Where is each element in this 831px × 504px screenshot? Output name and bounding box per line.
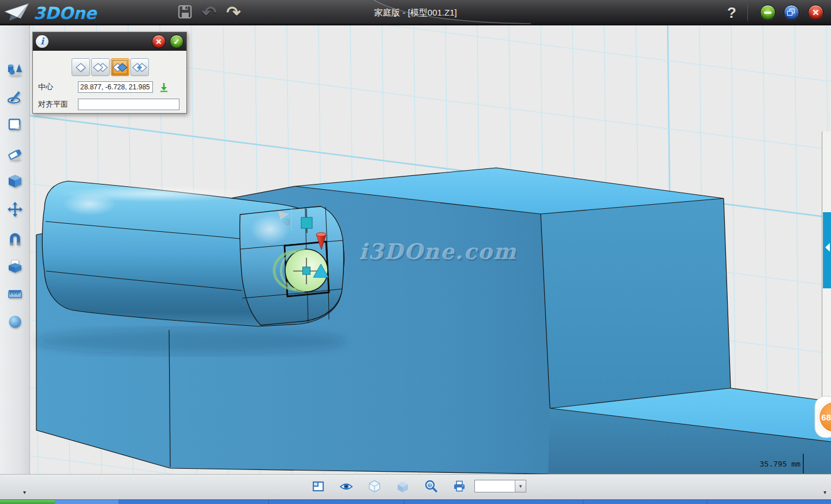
sidebar-item-render[interactable] [6,313,24,330]
close-button[interactable]: ✕ [808,5,823,20]
boolean-base-button[interactable] [72,58,90,76]
zoom-lens-icon[interactable] [424,479,438,493]
center-label: 中心 [38,82,78,92]
eraser-icon [6,145,24,162]
sphere-icon [6,313,24,330]
pick-point-icon[interactable] [159,82,169,92]
sidebar-item-move[interactable] [6,201,24,218]
shaded-cube-icon[interactable] [396,479,410,493]
boolean-add-button[interactable] [91,58,110,76]
window-title: 家庭版 - [模型001.Z1] [0,0,831,25]
info-icon: i [36,35,48,48]
center-field-row: 中心 [38,81,169,93]
sidebar-item-special[interactable] [6,257,24,274]
sketch-plane-icon [6,116,24,133]
diamond-intersect-icon [132,62,147,73]
notification-badge[interactable]: 68 [815,396,831,438]
diamond-base-icon [73,62,88,73]
center-input[interactable] [78,81,153,93]
restore-button[interactable] [784,5,799,20]
view-pane-icon[interactable] [311,479,325,493]
cancel-button[interactable]: ✕ [152,35,166,48]
diamond-add-icon [93,62,108,73]
solids-icon [6,60,24,77]
badge-count: 68 [821,412,831,422]
m-caret-icon[interactable]: ▾ [823,489,826,495]
red-cone-base[interactable] [316,232,326,236]
view-dropdown-value [475,480,515,492]
move-arrows-icon [6,201,24,218]
measurement-label: 35.795 mm [760,460,801,468]
ruler-icon [6,285,24,302]
sidebar-item-constraint[interactable] [6,230,24,247]
sidebar-item-plane[interactable] [6,116,24,133]
sidebar-item-measure[interactable] [6,285,24,302]
panel-header: i ✕ ✓ [33,32,186,51]
confirm-button[interactable]: ✓ [170,35,184,48]
align-field-row: 对齐平面 [38,98,179,110]
view-toolbar [311,479,466,493]
visibility-eye-icon[interactable] [339,479,353,493]
boolean-subtract-button[interactable] [111,58,129,76]
sidebar-item-sketch[interactable] [6,88,24,105]
sketch-pencil-icon [6,88,24,105]
sidebar-item-primitive-solids[interactable] [6,60,24,77]
title-bar: 3DOne ↶ ↷ 家庭版 - [模型001.Z1] ? ✕ [0,0,831,25]
open-box-icon [6,257,24,274]
sidebar-item-feature[interactable] [6,172,24,190]
bar-shadow [35,329,346,354]
teal-flag-handle[interactable] [301,217,312,228]
titlebar-divider [747,5,748,21]
watermark: i3DOne.com [359,239,517,264]
strip-green-segment [0,499,55,504]
chevron-down-icon[interactable]: ▾ [515,480,526,492]
align-plane-input[interactable] [78,99,179,110]
boolean-intersect-button[interactable] [130,58,149,76]
boolean-toolbar [72,58,149,76]
taskbar-strip [0,499,831,504]
align-plane-label: 对齐平面 [38,99,78,110]
view-dropdown[interactable]: ▾ [474,480,526,492]
strip-blue-segment [118,499,831,504]
print-icon[interactable] [452,479,466,493]
command-panel: i ✕ ✓ [32,32,187,114]
diamond-subtract-icon [113,62,128,73]
cube-icon [6,172,24,190]
dimension-annotation: -3 [283,217,291,227]
tool-sidebar [0,25,30,474]
strip-lightblue-segment [55,499,118,504]
magnet-icon [6,230,24,247]
wireframe-cube-icon[interactable] [368,479,381,493]
sidebar-item-sweep[interactable] [6,145,24,162]
minimize-button[interactable] [760,5,776,20]
help-icon[interactable]: ? [725,0,739,25]
center-point-handle[interactable] [303,267,310,274]
p-caret-icon[interactable]: ▾ [23,489,26,495]
